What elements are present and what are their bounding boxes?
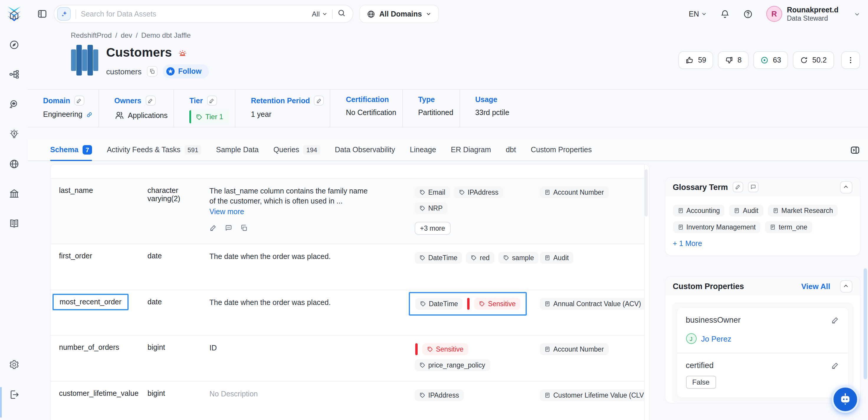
tag-pill[interactable]: Sensitive: [422, 343, 468, 355]
tag-pill[interactable]: NRP: [415, 202, 447, 214]
sidebar-item-logout[interactable]: [4, 384, 24, 404]
tab-lineage[interactable]: Lineage: [410, 139, 436, 160]
user-menu[interactable]: R Rounakpreet.d Data Steward: [766, 6, 860, 22]
tab-queries[interactable]: Queries194: [273, 139, 320, 160]
user-avatar[interactable]: R: [766, 6, 782, 22]
edit-description-icon[interactable]: [209, 224, 217, 232]
right-panel: Glossary Term AccountingAuditMarket Rese…: [665, 164, 860, 420]
glossary-term-pill[interactable]: Inventory Management: [673, 221, 761, 233]
tab-dbt[interactable]: dbt: [506, 139, 516, 160]
sidebar-item-settings[interactable]: [4, 355, 24, 374]
search-scope-dropdown[interactable]: All: [312, 10, 328, 18]
column-name[interactable]: first_order: [59, 252, 148, 290]
all-domains-button[interactable]: All Domains: [359, 5, 439, 23]
sidebar-item-lineage[interactable]: [4, 64, 24, 84]
edit-glossary-icon[interactable]: [733, 182, 743, 192]
glossary-collapse-icon[interactable]: [840, 181, 852, 193]
edit-owners-icon[interactable]: [146, 96, 155, 106]
tag-pill[interactable]: price_range_policy: [415, 359, 490, 371]
view-more-link[interactable]: View more: [209, 208, 244, 216]
tab-schema[interactable]: Schema7: [50, 139, 92, 160]
tag-pill[interactable]: sample: [498, 252, 538, 264]
tag-pill[interactable]: IPAddress: [415, 389, 464, 401]
ai-sparkle-icon[interactable]: [57, 7, 71, 21]
tag-pill[interactable]: red: [466, 252, 494, 264]
view-all-link[interactable]: View All: [801, 282, 830, 291]
sidebar-item-explore[interactable]: [4, 34, 24, 55]
search-input[interactable]: Search for Data Assets: [81, 10, 307, 18]
right-panel-toggle-icon[interactable]: [850, 145, 860, 155]
tab-custom-properties[interactable]: Custom Properties: [531, 139, 592, 160]
tab-er-diagram[interactable]: ER Diagram: [451, 139, 491, 160]
more-actions-button[interactable]: [841, 51, 860, 69]
quality-score-button[interactable]: 50.2: [793, 51, 834, 69]
glossary-term-pill[interactable]: Audit: [730, 205, 763, 216]
description-copy-icon[interactable]: [240, 224, 248, 232]
meta-value[interactable]: Engineering: [43, 110, 92, 119]
tab-sample-data[interactable]: Sample Data: [216, 139, 259, 160]
downvote-button[interactable]: 8: [718, 51, 749, 69]
search-icon[interactable]: [337, 8, 346, 19]
language-dropdown[interactable]: EN: [689, 10, 707, 18]
glossary-term-pill[interactable]: Customer Lifetime Value (CLV): [540, 389, 649, 401]
sidebar-toggle-icon[interactable]: [36, 8, 48, 20]
tag-pill[interactable]: Sensitive: [474, 298, 520, 310]
sidebar-item-home[interactable]: [4, 5, 24, 25]
glossary-comment-icon[interactable]: [748, 182, 758, 192]
tab-data-observability[interactable]: Data Observability: [335, 139, 395, 160]
edit-businessOwner-icon[interactable]: [831, 316, 839, 324]
owner-avatar: J: [686, 333, 696, 344]
tag-pill[interactable]: IPAddress: [454, 186, 503, 198]
edit-retention-period-icon[interactable]: [314, 96, 324, 106]
incident-alert-icon[interactable]: [177, 48, 187, 58]
sidebar-item-observability[interactable]: [4, 94, 24, 114]
sidebar-item-governance[interactable]: [4, 183, 24, 204]
glossary-term-pill[interactable]: term_one: [765, 221, 812, 233]
sidebar-item-glossary[interactable]: [4, 213, 24, 233]
sidebar-item-domains[interactable]: [4, 154, 24, 174]
meta-item-type: TypePartitioned: [402, 90, 460, 127]
rail-scrollbar[interactable]: [0, 387, 2, 418]
glossary-term-pill[interactable]: Accounting: [673, 205, 725, 216]
tag-pill[interactable]: DateTime: [415, 252, 462, 264]
edit-certified-icon[interactable]: [831, 361, 839, 369]
edit-domain-icon[interactable]: [74, 96, 84, 106]
glossary-term-pill[interactable]: Account Number: [540, 343, 609, 355]
global-search[interactable]: Search for Data Assets All: [54, 5, 353, 23]
breadcrumb-item[interactable]: RedshiftProd: [71, 31, 112, 39]
upvote-button[interactable]: 59: [679, 51, 713, 69]
column-name[interactable]: most_recent_order: [59, 298, 148, 335]
column-name[interactable]: customer_lifetime_value: [59, 389, 148, 420]
copy-icon[interactable]: [147, 66, 157, 77]
glossary-panel-title: Glossary Term: [673, 183, 728, 191]
breadcrumb-item[interactable]: Demo dbt Jaffle: [141, 31, 191, 39]
glossary-term-pill[interactable]: Account Number: [540, 186, 609, 198]
views-button[interactable]: 63: [753, 51, 788, 69]
metadata-band: DomainEngineeringOwnersApplicationsTierT…: [28, 89, 868, 127]
notifications-bell-icon[interactable]: [720, 9, 730, 19]
page-scrollbar[interactable]: [863, 268, 867, 379]
tag-pill[interactable]: Email: [415, 186, 450, 198]
tag-pill[interactable]: DateTime: [415, 298, 463, 310]
chatbot-button[interactable]: [831, 386, 859, 413]
more-tags-pill[interactable]: +3 more: [415, 222, 451, 235]
description-comment-icon[interactable]: [225, 224, 232, 232]
glossary-term-pill[interactable]: Market Research: [768, 205, 838, 216]
highlighted-column-name[interactable]: most_recent_order: [53, 294, 129, 310]
help-icon[interactable]: [743, 9, 753, 19]
meta-value[interactable]: Applications: [114, 110, 167, 120]
glossary-more-link[interactable]: + 1 More: [673, 239, 852, 248]
custom-properties-collapse-icon[interactable]: [840, 280, 852, 292]
column-name[interactable]: number_of_orders: [59, 343, 148, 381]
column-name[interactable]: last_name: [59, 186, 148, 244]
sidebar-item-insights[interactable]: [4, 124, 24, 144]
breadcrumb-item[interactable]: dev: [121, 31, 132, 39]
table-scrollbar[interactable]: [644, 164, 649, 420]
tab-activity-feeds-tasks[interactable]: Activity Feeds & Tasks591: [107, 139, 201, 160]
follow-button[interactable]: ★ Follow: [163, 64, 209, 79]
edit-tier-icon[interactable]: [207, 96, 217, 106]
meta-value[interactable]: Tier 1: [189, 110, 229, 123]
glossary-term-pill[interactable]: Audit: [540, 252, 574, 264]
glossary-term-pill[interactable]: Annual Contract Value (ACV): [540, 298, 646, 310]
owner-link[interactable]: Jo Perez: [701, 334, 732, 343]
